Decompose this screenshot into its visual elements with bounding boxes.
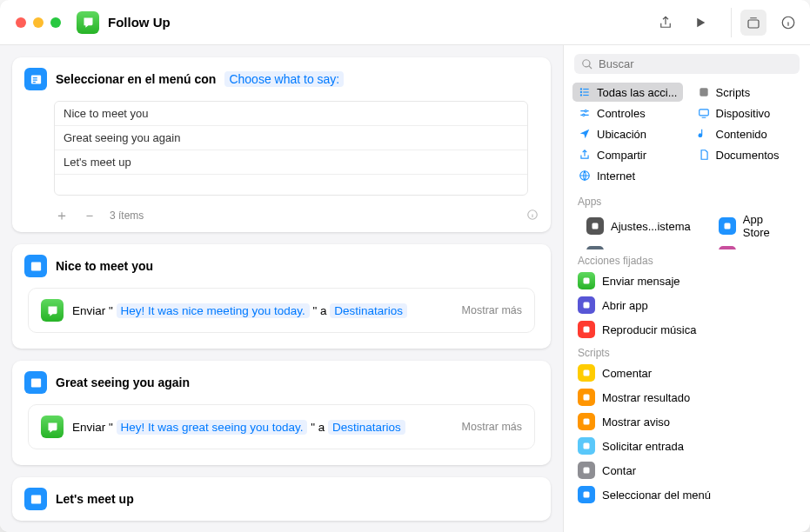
category-list[interactable]: Todas las acci...: [572, 83, 683, 102]
menu-item-empty[interactable]: [55, 174, 527, 195]
search-icon: [581, 58, 593, 70]
controls-icon: [578, 106, 592, 120]
svg-rect-16: [699, 110, 708, 116]
editor-canvas[interactable]: Seleccionar en el menú con Choose what t…: [0, 45, 563, 532]
actions-sidebar: Todas las acci...ScriptsControlesDisposi…: [563, 45, 810, 532]
info-button[interactable]: [775, 10, 801, 36]
svg-point-11: [580, 94, 582, 96]
remove-item-button[interactable]: －: [82, 208, 97, 223]
doc-icon: [697, 148, 711, 162]
category-label: Contenido: [716, 128, 767, 141]
send-label: Enviar ": [72, 421, 113, 434]
search-field[interactable]: [574, 54, 800, 74]
category-device[interactable]: Dispositivo: [692, 103, 802, 123]
svg-point-15: [583, 114, 585, 116]
action-label: Seleccionar en el menú con: [56, 72, 216, 86]
menu-branch-card[interactable]: Let's meet up: [12, 477, 551, 521]
svg-rect-23: [584, 303, 590, 309]
send-message-action[interactable]: Enviar " Hey! It was great seeing you to…: [28, 404, 535, 449]
add-item-button[interactable]: ＋: [54, 208, 70, 223]
pinned-action[interactable]: Abrir app: [564, 293, 810, 317]
category-label: Ubicación: [597, 128, 646, 141]
choose-from-menu-action[interactable]: Seleccionar en el menú con Choose what t…: [12, 57, 551, 232]
category-location[interactable]: Ubicación: [572, 124, 683, 143]
menu-item[interactable]: Let's meet up: [55, 150, 527, 174]
svg-rect-0: [748, 20, 759, 28]
messages-icon: [41, 416, 64, 438]
app-icon: [578, 296, 595, 314]
category-controls[interactable]: Controles: [572, 103, 683, 123]
app-item[interactable]: Atajos: [705, 243, 801, 249]
svg-rect-26: [584, 395, 590, 401]
svg-rect-12: [583, 95, 588, 96]
category-label: Internet: [597, 170, 635, 183]
script-action[interactable]: Mostrar aviso: [564, 409, 810, 434]
script-action[interactable]: Seleccionar del menú: [564, 482, 810, 507]
script-icon: [697, 85, 711, 99]
menu-item[interactable]: Great seeing you again: [55, 125, 527, 150]
category-label: Todas las acci...: [597, 86, 678, 99]
recipients-token[interactable]: Destinatarios: [328, 420, 405, 435]
app-icon: [578, 486, 595, 503]
app-icon: [578, 462, 595, 479]
svg-point-7: [580, 88, 582, 90]
recipients-token[interactable]: Destinatarios: [330, 303, 407, 318]
show-more-button[interactable]: Mostrar más: [462, 304, 522, 316]
pinned-action[interactable]: Enviar mensaje: [564, 269, 810, 293]
item-label: Seleccionar del menú: [602, 489, 711, 502]
app-icon: [578, 272, 595, 289]
menu-branch-card[interactable]: Great seeing you again Enviar " Hey! It …: [12, 361, 551, 465]
script-action[interactable]: Contar: [564, 458, 810, 482]
send-mid: " a: [312, 304, 326, 317]
app-item[interactable]: Apple...figurator: [572, 243, 705, 249]
menu-item[interactable]: Nice to meet you: [55, 102, 527, 125]
script-action[interactable]: Comentar: [564, 361, 810, 385]
search-input[interactable]: [599, 57, 793, 70]
prompt-token[interactable]: Choose what to say:: [224, 71, 344, 87]
section-pinned-label: Acciones fijadas: [564, 249, 810, 269]
svg-rect-30: [584, 492, 590, 498]
titlebar: Follow Up: [0, 0, 810, 45]
svg-rect-25: [584, 370, 590, 376]
category-doc[interactable]: Documentos: [692, 145, 802, 164]
svg-rect-27: [584, 419, 590, 425]
pinned-action[interactable]: Reproducir música: [564, 317, 810, 342]
item-label: Abrir app: [602, 299, 648, 312]
category-script[interactable]: Scripts: [692, 83, 802, 102]
svg-rect-24: [584, 327, 590, 333]
category-label: Scripts: [716, 86, 751, 99]
category-globe[interactable]: Internet: [572, 166, 683, 185]
message-token[interactable]: Hey! It was nice meeting you today.: [117, 303, 310, 318]
svg-rect-29: [584, 468, 590, 474]
fullscreen-window-button[interactable]: [50, 17, 61, 28]
app-item[interactable]: Ajustes...istema: [572, 209, 705, 243]
svg-rect-4: [30, 262, 40, 270]
svg-rect-6: [30, 495, 40, 503]
script-action[interactable]: Solicitar entrada: [564, 434, 810, 458]
app-icon: [578, 413, 595, 430]
category-note[interactable]: Contenido: [692, 124, 802, 143]
share-button[interactable]: [653, 10, 679, 36]
menu-branch-card[interactable]: Nice to meet you Enviar " Hey! It was ni…: [12, 244, 551, 349]
library-toggle-button[interactable]: [740, 10, 766, 36]
app-item[interactable]: App Store: [705, 209, 801, 243]
action-info-button[interactable]: [526, 209, 539, 223]
list-icon: [578, 85, 592, 99]
show-more-button[interactable]: Mostrar más: [462, 421, 522, 433]
category-share[interactable]: Compartir: [572, 145, 683, 164]
svg-rect-13: [700, 88, 707, 96]
item-label: Contar: [602, 464, 636, 477]
svg-rect-28: [584, 443, 590, 449]
send-message-action[interactable]: Enviar " Hey! It was nice meeting you to…: [28, 288, 535, 333]
close-window-button[interactable]: [16, 17, 26, 28]
menu-icon: [24, 68, 47, 90]
minimize-window-button[interactable]: [33, 17, 44, 28]
category-label: Dispositivo: [716, 107, 771, 120]
item-label: App Store: [743, 213, 787, 239]
message-token[interactable]: Hey! It was great seeing you today.: [117, 420, 308, 435]
shortcut-title: Follow Up: [108, 15, 171, 30]
device-icon: [697, 106, 711, 120]
run-button[interactable]: [687, 10, 713, 36]
script-action[interactable]: Mostrar resultado: [564, 385, 810, 409]
category-label: Controles: [597, 107, 646, 120]
